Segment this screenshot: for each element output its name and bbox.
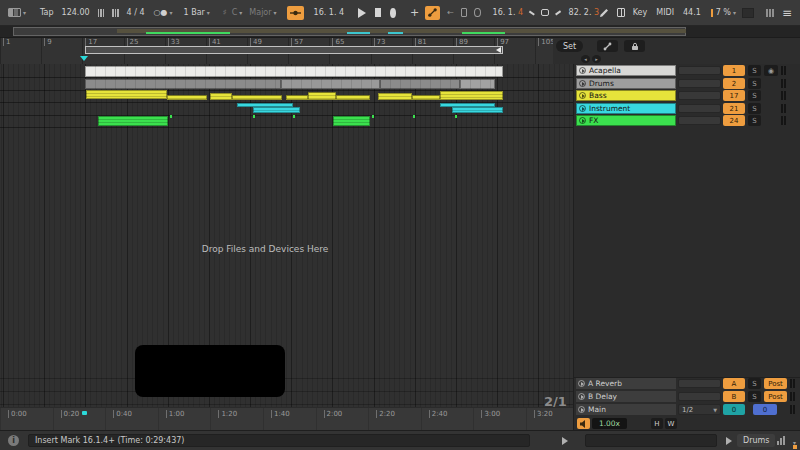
track-solo-button[interactable]: S [748, 391, 761, 402]
clip-instrument[interactable] [253, 107, 300, 113]
clip-fx-dot[interactable] [372, 115, 374, 118]
track-name-bar[interactable]: Bass [576, 90, 676, 101]
clip-fx-dot[interactable] [455, 115, 457, 118]
track-unfold-icon[interactable] [579, 67, 586, 74]
chevron-down-icon[interactable]: ▾ [733, 9, 736, 16]
track-arm-button[interactable]: ◉ [764, 65, 778, 76]
draw-mode-button[interactable] [599, 8, 609, 18]
clip-bass[interactable] [286, 95, 308, 100]
quantize-menu[interactable]: 1 Bar▾ [184, 8, 210, 17]
re-enable-automation-icon[interactable]: ← [447, 8, 454, 17]
clip-drums[interactable] [460, 79, 495, 89]
next-locator-button[interactable]: ▸ [592, 55, 601, 63]
track-channel-button[interactable]: 24 [723, 115, 745, 126]
track-fader-slot[interactable] [678, 379, 721, 388]
track-solo-button[interactable]: S [748, 90, 761, 101]
arrangement-position-field[interactable]: 16. 1. 4 [314, 8, 345, 17]
info-icon[interactable]: i [8, 435, 19, 446]
tempo-field[interactable]: 124.00 [62, 8, 90, 17]
track-unfold-icon[interactable] [579, 105, 586, 112]
track-fader-slot[interactable] [678, 91, 721, 100]
track-fader-slot[interactable] [678, 104, 721, 113]
send-button[interactable]: A [723, 378, 745, 389]
track-unfold-icon[interactable] [578, 393, 585, 400]
metronome-button[interactable]: ○●▾ [154, 8, 173, 17]
post-fader-button[interactable]: Post [764, 378, 787, 389]
track-header[interactable]: Acapella 1 S ◉ [574, 65, 800, 77]
track-header[interactable]: Bass 17 S ◉ [574, 90, 800, 102]
time-signature-field[interactable]: 4 / 4 [127, 8, 145, 17]
loop-end-marker[interactable] [496, 47, 501, 53]
punch-out-icon[interactable] [555, 10, 560, 14]
return-track-header[interactable]: B Delay B S Post [574, 391, 800, 403]
cue-volume-button[interactable]: 0 [723, 404, 745, 415]
track-channel-button[interactable]: 21 [723, 103, 745, 114]
time-ruler[interactable]: 0:000:200:401:001:201:402:002:202:403:00… [0, 407, 573, 430]
clip-bass[interactable] [378, 93, 412, 100]
clip-instrument[interactable] [452, 107, 503, 113]
insert-marker[interactable] [80, 56, 88, 61]
track-name-bar[interactable]: B Delay [576, 391, 676, 402]
track-solo-button[interactable]: S [748, 115, 761, 126]
loop-start-field[interactable]: 16. 1. 4 [493, 8, 524, 17]
clip-fx-dot[interactable] [170, 115, 172, 118]
new-icon[interactable]: + [410, 6, 419, 19]
key-map-button[interactable]: Key [633, 8, 648, 17]
track-channel-button[interactable]: 2 [723, 78, 745, 89]
track-unfold-icon[interactable] [579, 92, 586, 99]
key-root-menu[interactable]: C▾ [232, 8, 243, 17]
loop-switch-icon[interactable] [541, 9, 549, 16]
track-name-bar[interactable]: A Reverb [576, 378, 676, 389]
track-fader-slot[interactable] [678, 66, 721, 75]
levels-icon[interactable] [777, 436, 785, 445]
nudge-down-icon[interactable] [98, 9, 105, 17]
clip-bass[interactable] [336, 95, 370, 100]
track-solo-button[interactable]: S [748, 78, 761, 89]
track-name-bar[interactable]: Acapella [576, 65, 676, 76]
menu-icon[interactable]: ≡ [782, 6, 792, 20]
clip-drums[interactable] [380, 79, 460, 89]
track-channel-button[interactable]: 1 [723, 65, 745, 76]
clip-fx-dot[interactable] [293, 115, 295, 118]
track-name-bar[interactable]: Main [576, 404, 676, 415]
arrangement-grid[interactable]: Drop Files and Devices Here 2/1 [0, 64, 573, 407]
tempo-follower-rate[interactable]: 1.00x [592, 418, 627, 429]
track-solo-button[interactable]: S [748, 103, 761, 114]
clip-bass[interactable] [308, 92, 336, 100]
clip-bass[interactable] [440, 91, 503, 100]
clip-bass[interactable] [412, 95, 440, 100]
track-unfold-icon[interactable] [578, 406, 585, 413]
clip-bass[interactable] [232, 95, 282, 100]
track-name-bar[interactable]: Instrument [576, 103, 676, 114]
cue-speaker-button[interactable] [577, 418, 590, 429]
follow-button[interactable] [287, 6, 304, 20]
nudge-up-icon[interactable] [112, 9, 119, 17]
track-channel-button[interactable]: 17 [723, 90, 745, 101]
capture-midi-icon[interactable] [461, 8, 467, 17]
arrangement-overview[interactable] [0, 26, 800, 38]
track-unfold-icon[interactable] [579, 117, 586, 124]
session-record-icon[interactable] [474, 8, 480, 17]
track-header[interactable]: Instrument 21 S ◉ [574, 103, 800, 115]
scale-mode-icon[interactable]: ♯ [223, 8, 227, 17]
return-track-header[interactable]: A Reverb A S Post [574, 378, 800, 390]
loop-length-field[interactable]: 82. 2. 3 [569, 8, 600, 17]
width-button[interactable]: W [665, 418, 677, 429]
track-header[interactable]: Drums 2 S ◉ [574, 78, 800, 90]
stop-button[interactable] [375, 8, 381, 17]
midi-map-button[interactable]: MIDI [656, 8, 674, 17]
loop-brace[interactable] [85, 46, 503, 54]
send-button[interactable]: B [723, 391, 745, 402]
automation-arm-button[interactable] [425, 6, 440, 20]
clip-fx[interactable] [333, 116, 370, 126]
clip-drums[interactable] [281, 79, 380, 89]
link-button[interactable] [597, 40, 618, 52]
clip-fx-dot[interactable] [413, 115, 415, 118]
output-routing-select[interactable]: 1/2▼ [678, 404, 721, 415]
computer-midi-keyboard-icon[interactable] [617, 8, 625, 17]
beat-time-ruler[interactable]: 191725334149576573818997105 [0, 38, 573, 64]
clip-bass[interactable] [86, 90, 167, 99]
punch-in-icon[interactable] [529, 10, 534, 14]
app-menu-button[interactable]: ▾ [0, 8, 26, 17]
prev-locator-button[interactable]: ◂ [581, 55, 590, 63]
